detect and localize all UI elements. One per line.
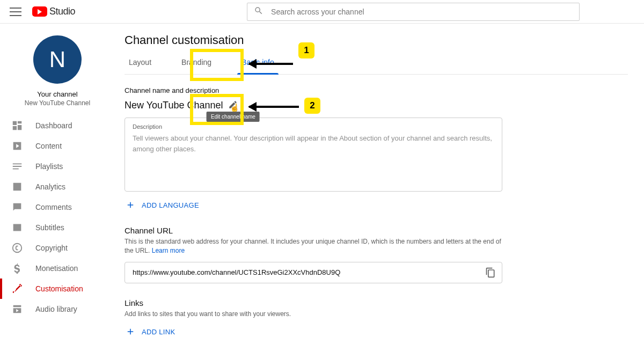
sidebar-item-content[interactable]: Content [0,136,115,156]
logo-text: Studio [49,6,75,17]
tab-branding[interactable]: Branding [177,58,216,74]
sidebar-item-label: Content [35,142,62,150]
search-icon [254,6,264,17]
studio-logo[interactable]: Studio [32,6,75,17]
sidebar-item-dashboard[interactable]: Dashboard [0,115,115,136]
dashboard-icon [11,119,24,132]
copyright-icon [11,241,24,254]
analytics-icon [11,180,24,193]
page-title: Channel customisation [125,33,628,47]
subtitles-icon [11,221,24,234]
plus-icon [125,326,136,337]
name-desc-label: Channel name and description [125,86,628,94]
sidebar-item-playlists[interactable]: Playlists [0,156,115,177]
menu-icon[interactable] [10,6,21,18]
tabs: Layout Branding Basic info [125,58,628,75]
monetisation-icon [11,262,24,275]
sidebar-item-subtitles[interactable]: Subtitles [0,217,115,238]
channel-avatar[interactable]: N [33,35,82,84]
add-link-button[interactable]: ADD LINK [125,326,628,337]
sidebar-item-label: Dashboard [35,121,72,130]
add-language-label: ADD LANGUAGE [142,201,199,209]
sidebar-item-audio-library[interactable]: Audio library [0,299,115,319]
channel-url-desc: This is the standard web address for you… [125,237,502,255]
links-desc: Add links to sites that you want to shar… [125,310,502,319]
sidebar-item-analytics[interactable]: Analytics [0,177,115,197]
callout-1: 1 [298,42,314,58]
sidebar: N Your channel New YouTube Channel Dashb… [0,24,115,337]
description-label: Description [133,123,494,130]
channel-url-field: https://www.youtube.com/channel/UCTS1Rsv… [125,262,502,283]
search-input[interactable] [271,8,573,16]
your-channel-label: Your channel [0,90,115,98]
app-header: Studio [0,0,644,24]
channel-url-value[interactable]: https://www.youtube.com/channel/UCTS1Rsv… [133,268,484,276]
youtube-play-icon [32,6,47,17]
content-icon [11,140,24,152]
sidebar-item-comments[interactable]: Comments [0,197,115,217]
channel-name-sub: New YouTube Channel [0,99,115,107]
plus-icon [125,199,136,211]
add-link-label: ADD LINK [142,328,175,336]
arrow-2 [249,106,299,108]
comments-icon [11,201,24,214]
sidebar-item-label: Copyright [35,244,68,252]
sidebar-item-label: Monetisation [35,264,78,273]
tab-basic-info[interactable]: Basic info [237,58,279,74]
edit-channel-name-button[interactable]: ☝ Edit channel name [228,100,238,111]
sidebar-item-label: Comments [35,203,72,211]
sidebar-item-label: Customisation [35,284,83,293]
sidebar-item-monetisation[interactable]: Monetisation [0,258,115,279]
copy-url-button[interactable] [484,266,497,280]
search-box[interactable] [247,3,580,21]
description-field[interactable]: Description Tell viewers about your chan… [125,118,502,192]
links-title: Links [125,298,628,307]
description-placeholder: Tell viewers about your channel. Your de… [133,133,494,154]
sidebar-item-label: Analytics [35,182,65,191]
add-language-button[interactable]: ADD LANGUAGE [125,199,628,211]
learn-more-link[interactable]: Learn more [152,247,185,254]
arrow-1 [249,63,293,65]
channel-name-value: New YouTube Channel [125,100,223,111]
sidebar-item-label: Audio library [35,305,77,313]
callout-2: 2 [304,98,320,114]
sidebar-item-customisation[interactable]: Customisation [0,279,115,299]
playlists-icon [11,160,24,173]
edit-tooltip: Edit channel name [207,112,260,122]
channel-url-title: Channel URL [125,226,628,235]
sidebar-item-copyright[interactable]: Copyright [0,238,115,258]
channel-name-row: New YouTube Channel ☝ Edit channel name [125,100,628,111]
copy-icon [485,267,496,278]
main-content: Channel customisation Layout Branding Ba… [115,24,644,337]
customisation-icon [11,282,24,295]
audio-library-icon [11,303,24,316]
tab-layout[interactable]: Layout [125,58,156,74]
sidebar-item-label: Subtitles [35,223,64,232]
sidebar-item-label: Playlists [35,162,63,171]
